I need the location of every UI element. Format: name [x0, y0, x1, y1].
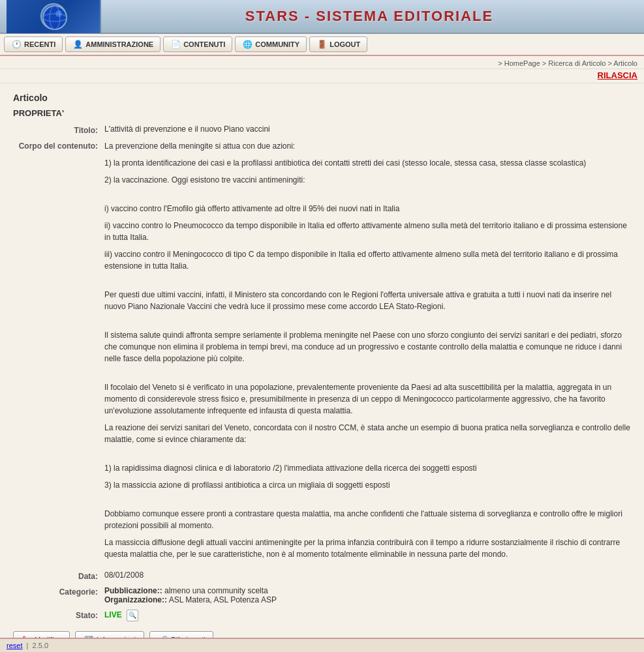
- nav-contenuti[interactable]: 📄 CONTENUTI: [163, 37, 232, 52]
- footer: reset | 2.5.0: [0, 638, 644, 652]
- contenuti-icon: 📄: [170, 39, 181, 50]
- corpo-label: Corpo del contenuto:: [13, 140, 104, 151]
- stato-live: LIVE: [104, 610, 122, 619]
- logout-icon: 🚪: [316, 39, 327, 50]
- nav-community[interactable]: 🌐 COMMUNITY: [235, 37, 307, 52]
- nav-recenti-label: RECENTI: [24, 40, 55, 48]
- data-value: 08/01/2008: [104, 570, 631, 580]
- corpo-line: Il sistema salute quindi affronta sempre…: [104, 329, 631, 364]
- corpo-row: Corpo del contenuto: La prevenzione dell…: [13, 140, 631, 565]
- nav-logout-label: LOGOUT: [330, 40, 360, 48]
- nav-amministrazione[interactable]: 👤 AMMINISTRAZIONE: [65, 37, 161, 52]
- categorie-label: Categorie:: [13, 586, 104, 597]
- corpo-line: iii) vaccino contro il Meningococco di t…: [104, 248, 631, 272]
- corpo-intro: La prevenzione della meningite si attua …: [104, 140, 631, 152]
- community-icon: 🌐: [242, 39, 253, 50]
- recenti-icon: 🕐: [11, 39, 22, 50]
- logo-area: [7, 0, 101, 33]
- page-action-bar: RILASCIA: [0, 69, 644, 83]
- header: STARS - SISTEMA EDITORIALE: [0, 0, 644, 34]
- corpo-line: 2) la vaccinazione. Oggi esistono tre va…: [104, 174, 631, 186]
- organizzazione-label: Organizzazione::: [104, 595, 167, 604]
- breadcrumb-text: > HomePage > Ricerca di Articolo > Artic…: [498, 59, 637, 67]
- stato-label: Stato:: [13, 610, 104, 620]
- logo-globe: [40, 3, 67, 29]
- amministrazione-icon: 👤: [72, 39, 83, 50]
- corpo-line: Dobbiamo comunque essere pronti a contra…: [104, 508, 631, 531]
- corpo-line: La reazione dei servizi sanitari del Ven…: [104, 422, 631, 445]
- reset-link[interactable]: reset: [7, 642, 22, 649]
- titolo-value: L'attività di prevenzione e il nuovo Pia…: [104, 125, 631, 134]
- categorie-value: Pubblicazione:: almeno una community sce…: [104, 586, 631, 604]
- corpo-line: Per questi due ultimi vaccini, infatti, …: [104, 289, 631, 312]
- corpo-value: La prevenzione della meningite si attua …: [104, 140, 631, 565]
- svg-point-0: [43, 6, 67, 29]
- pubblicazione-label: Pubblicazione::: [104, 586, 162, 595]
- breadcrumb: > HomePage > Ricerca di Articolo > Artic…: [0, 56, 644, 69]
- info-icon[interactable]: 🔍: [127, 610, 138, 621]
- section-title: Articolo: [13, 93, 631, 103]
- pubblicazione-value: almeno una community scelta: [164, 586, 268, 595]
- corpo-line: ii) vaccino contro lo Pneumococco da tem…: [104, 220, 631, 243]
- corpo-lines: 1) la pronta identificazione dei casi e …: [104, 157, 631, 560]
- categorie-row: Categorie: Pubblicazione:: almeno una co…: [13, 586, 631, 604]
- titolo-row: Titolo: L'attività di prevenzione e il n…: [13, 125, 631, 135]
- titolo-label: Titolo:: [13, 125, 104, 135]
- nav-community-label: COMMUNITY: [255, 40, 299, 48]
- svg-point-3: [55, 10, 62, 17]
- app-title: STARS - SISTEMA EDITORIALE: [101, 8, 637, 25]
- stato-row: Stato: LIVE 🔍: [13, 610, 631, 621]
- corpo-line: 1) la rapidissima diagnosi clinica e di …: [104, 462, 631, 474]
- stato-value: LIVE 🔍: [104, 610, 631, 621]
- rilascia-button[interactable]: RILASCIA: [598, 70, 637, 80]
- nav-logout[interactable]: 🚪 LOGOUT: [309, 37, 367, 52]
- data-label: Data:: [13, 570, 104, 581]
- properties-label: PROPRIETA': [13, 108, 631, 118]
- organizzazione-value: ASL Matera, ASL Potenza ASP: [169, 595, 277, 604]
- main-content: Articolo PROPRIETA' Titolo: L'attività d…: [0, 83, 644, 652]
- navbar: 🕐 RECENTI 👤 AMMINISTRAZIONE 📄 CONTENUTI …: [0, 34, 644, 56]
- corpo-line: i) vaccino contro l'Emofilo già offerto …: [104, 203, 631, 215]
- corpo-line: Il focolaio del Veneto si è verificato i…: [104, 381, 631, 417]
- corpo-line: 1) la pronta identificazione dei casi e …: [104, 157, 631, 169]
- nav-recenti[interactable]: 🕐 RECENTI: [4, 37, 63, 52]
- corpo-line: La massiccia diffusione degli attuali va…: [104, 537, 631, 560]
- corpo-line: 3) la massiccia azione di profilassi ant…: [104, 479, 631, 491]
- nav-amministrazione-label: AMMINISTRAZIONE: [85, 40, 153, 48]
- data-row: Data: 08/01/2008: [13, 570, 631, 581]
- nav-contenuti-label: CONTENUTI: [183, 40, 225, 48]
- version-text: 2.5.0: [33, 642, 48, 649]
